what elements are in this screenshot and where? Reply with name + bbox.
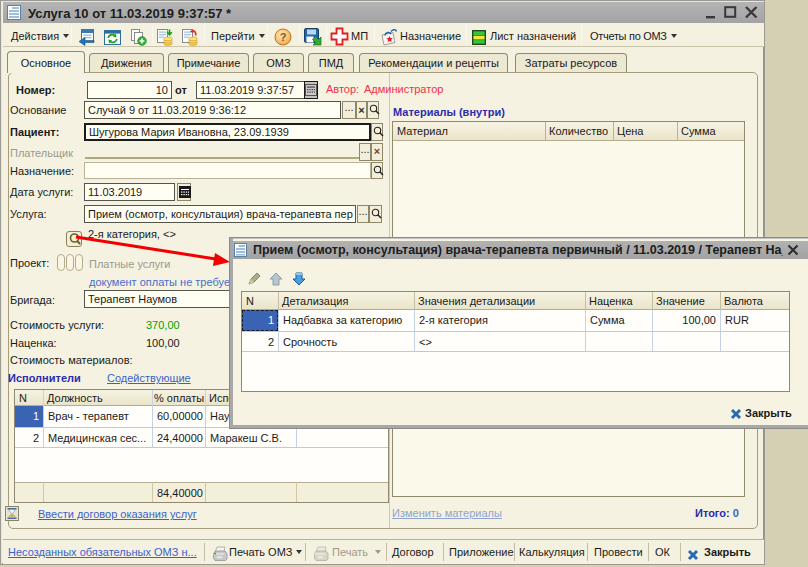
svg-text:?: ? (280, 31, 287, 43)
